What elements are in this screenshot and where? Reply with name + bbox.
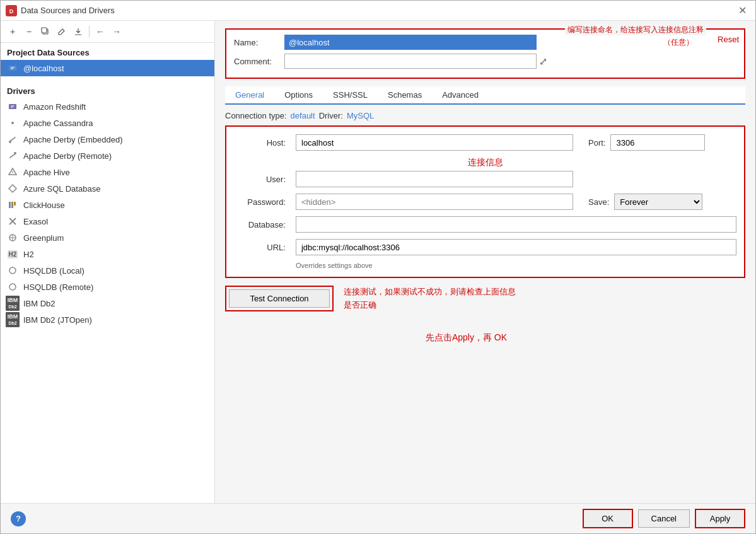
driver-clickhouse[interactable]: ClickHouse [1, 197, 214, 213]
url-row: URL: [234, 239, 736, 255]
test-section: Test Connection 连接测试，如果测试不成功，则请检查上面信息 是否… [225, 286, 745, 312]
driver-azure-sql[interactable]: Azure SQL Database [1, 180, 214, 197]
driver-name: Exasol [23, 217, 48, 226]
apply-annotation: 先点击Apply，再 OK [225, 332, 745, 344]
titlebar-left: D Data Sources and Drivers [6, 5, 115, 16]
apache-cassandra-icon [7, 117, 18, 129]
driver-name: Apache Derby (Embedded) [23, 135, 123, 144]
apache-hive-icon [7, 166, 18, 178]
name-input[interactable] [284, 35, 537, 50]
url-input[interactable] [296, 239, 736, 255]
tab-ssh-ssl[interactable]: SSH/SSL [323, 86, 378, 103]
driver-apache-derby-remote[interactable]: Apache Derby (Remote) [1, 148, 214, 164]
driver-name: IBM Db2 (JTOpen) [23, 315, 92, 325]
svg-rect-4 [9, 104, 16, 109]
name-annotation-line1: 编写连接命名，给连接写入连接信息注释 [565, 25, 706, 35]
port-input[interactable] [610, 134, 705, 151]
remove-button[interactable]: − [22, 25, 36, 38]
exasol-icon [7, 216, 18, 227]
drivers-section: Drivers Amazon Redshift [1, 81, 214, 328]
connection-info-row: Connection type: default Driver: MySQL [225, 111, 745, 120]
database-row: Database: [234, 216, 736, 233]
conn-type-label: Connection type: [225, 111, 287, 120]
driver-hsqldb-local[interactable]: HSQLDB (Local) [1, 262, 214, 279]
password-label: Password: [234, 197, 291, 207]
comment-input[interactable] [284, 54, 537, 69]
tab-general[interactable]: General [225, 86, 274, 105]
name-row: Name: [234, 35, 736, 50]
import-button[interactable] [71, 25, 85, 38]
port-label: Port: [588, 138, 605, 148]
svg-point-6 [11, 122, 14, 124]
database-input[interactable] [296, 216, 736, 233]
database-label: Database: [234, 220, 291, 229]
hsqldb-local-icon [7, 265, 18, 276]
name-annotation-line2: （任意） [663, 37, 694, 48]
tab-options[interactable]: Options [274, 86, 323, 103]
name-label: Name: [234, 38, 284, 47]
apache-derby-embedded-icon [7, 134, 18, 145]
driver-hsqldb-remote[interactable]: HSQLDB (Remote) [1, 279, 214, 295]
url-label: URL: [234, 243, 291, 252]
help-button[interactable]: ? [11, 511, 26, 526]
save-select[interactable]: Forever Until restart Never [614, 194, 702, 210]
driver-name: Amazon Redshift [23, 102, 86, 112]
driver-ibm-db2[interactable]: IBMDb2 IBM Db2 [1, 295, 214, 311]
driver-apache-cassandra[interactable]: Apache Cassandra [1, 115, 214, 131]
expand-icon[interactable]: ⤢ [539, 55, 547, 67]
svg-point-20 [9, 267, 16, 274]
duplicate-button[interactable] [38, 25, 52, 38]
ibm-db2-jtopen-icon: IBMDb2 [7, 314, 18, 325]
svg-rect-13 [11, 202, 13, 208]
conn-driver-value[interactable]: MySQL [347, 111, 374, 120]
toolbar-separator [89, 26, 90, 37]
tabs-row: General Options SSH/SSL Schemas Advanced [225, 86, 745, 105]
test-annotation: 连接测试，如果测试不成功，则请检查上面信息 是否正确 [344, 286, 516, 312]
drivers-section-header: Drivers [1, 81, 214, 98]
svg-point-7 [9, 141, 11, 143]
connection-fields-section: Host: Port: 连接信息 User: Password: Save: [225, 125, 745, 278]
svg-point-21 [9, 284, 16, 290]
apply-button[interactable]: Apply [695, 509, 745, 528]
user-label: User: [234, 175, 291, 184]
host-input[interactable] [296, 134, 573, 151]
svg-text:D: D [9, 8, 14, 15]
driver-name: IBM Db2 [23, 299, 55, 308]
connection-info-label: 连接信息 [234, 157, 736, 168]
test-btn-wrapper: Test Connection [225, 286, 334, 311]
localhost-icon [7, 62, 18, 74]
name-comment-section: Name: Comment: ⤢ 编写连接命名，给连接写入连接信息注释 （任意）… [225, 28, 745, 79]
driver-h2[interactable]: H2 H2 [1, 246, 214, 262]
driver-name: Apache Derby (Remote) [23, 151, 112, 161]
user-input[interactable] [296, 171, 573, 187]
back-button[interactable]: ← [93, 25, 107, 38]
ibm-db2-icon: IBMDb2 [7, 298, 18, 309]
driver-name: ClickHouse [23, 200, 65, 210]
driver-amazon-redshift[interactable]: Amazon Redshift [1, 98, 214, 115]
driver-greenplum[interactable]: Greenplum [1, 229, 214, 246]
test-connection-button[interactable]: Test Connection [229, 289, 330, 308]
greenplum-icon [7, 232, 18, 243]
tab-advanced[interactable]: Advanced [432, 86, 489, 103]
conn-type-value[interactable]: default [291, 111, 315, 120]
sidebar-item-localhost[interactable]: @localhost [1, 60, 214, 76]
driver-ibm-db2-jtopen[interactable]: IBMDb2 IBM Db2 (JTOpen) [1, 311, 214, 328]
forward-button[interactable]: → [110, 25, 124, 38]
driver-exasol[interactable]: Exasol [1, 213, 214, 229]
driver-apache-derby-embedded[interactable]: Apache Derby (Embedded) [1, 131, 214, 148]
reset-link[interactable]: Reset [718, 35, 739, 44]
driver-name: HSQLDB (Local) [23, 266, 84, 276]
comment-row: Comment: ⤢ [234, 54, 736, 69]
edit-button[interactable] [55, 25, 69, 38]
add-button[interactable]: + [6, 25, 20, 38]
content-area: + − [1, 21, 755, 503]
driver-apache-hive[interactable]: Apache Hive [1, 164, 214, 180]
comment-label: Comment: [234, 57, 284, 66]
main-panel: Name: Comment: ⤢ 编写连接命名，给连接写入连接信息注释 （任意）… [215, 21, 755, 503]
password-input[interactable] [296, 194, 573, 210]
bottom-bar: ? OK Cancel Apply [1, 503, 755, 533]
ok-button[interactable]: OK [583, 509, 633, 528]
tab-schemas[interactable]: Schemas [378, 86, 432, 103]
close-button[interactable]: ✕ [735, 3, 750, 18]
cancel-button[interactable]: Cancel [638, 509, 690, 528]
